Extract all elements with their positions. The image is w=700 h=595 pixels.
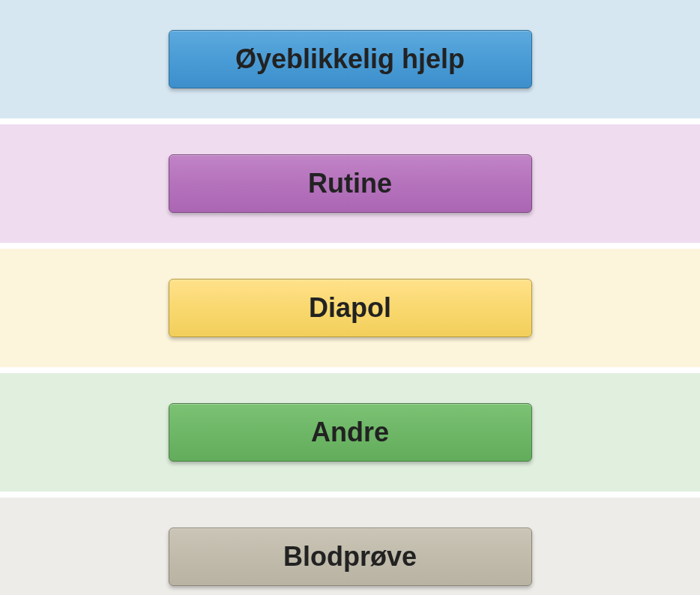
blood-test-label: Blodprøve bbox=[283, 541, 417, 573]
row-immediate-help: Øyeblikkelig hjelp bbox=[0, 0, 700, 118]
row-routine: Rutine bbox=[0, 124, 700, 243]
immediate-help-label: Øyeblikkelig hjelp bbox=[235, 43, 465, 75]
diapol-label: Diapol bbox=[309, 292, 391, 324]
immediate-help-button[interactable]: Øyeblikkelig hjelp bbox=[169, 30, 532, 88]
other-label: Andre bbox=[311, 417, 389, 448]
blood-test-button[interactable]: Blodprøve bbox=[169, 528, 532, 586]
routine-button[interactable]: Rutine bbox=[169, 154, 532, 213]
row-diapol: Diapol bbox=[0, 249, 700, 367]
other-button[interactable]: Andre bbox=[169, 403, 532, 462]
row-blood-test: Blodprøve bbox=[0, 498, 700, 595]
routine-label: Rutine bbox=[308, 168, 392, 199]
row-other: Andre bbox=[0, 373, 700, 492]
diapol-button[interactable]: Diapol bbox=[169, 279, 532, 337]
